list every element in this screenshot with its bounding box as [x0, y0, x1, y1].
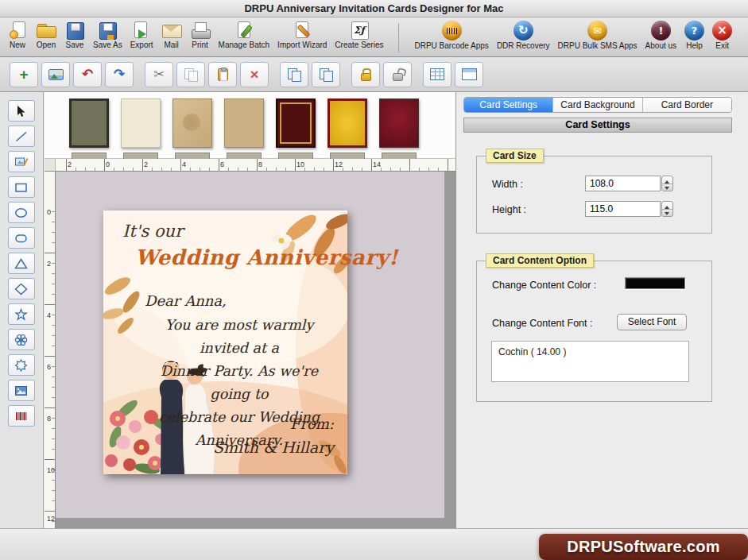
- tool-star[interactable]: [8, 303, 35, 325]
- tool-rectangle[interactable]: [8, 176, 35, 198]
- template-thumbnail-partial[interactable]: [330, 153, 365, 159]
- sigma-glyph: Σƒ: [354, 25, 365, 36]
- unlock-icon: [393, 73, 403, 81]
- design-card[interactable]: It's our Wedding Anniversary! Dear Anna,…: [103, 210, 347, 474]
- tab-card-background[interactable]: Card Background: [553, 98, 642, 112]
- template-strip: [45, 92, 455, 159]
- save-as-button[interactable]: Save As: [89, 19, 126, 56]
- paste-button[interactable]: [208, 62, 237, 87]
- toolbar-label: Open: [37, 41, 56, 49]
- grid-button[interactable]: [423, 62, 452, 87]
- template-thumbnail[interactable]: [379, 98, 419, 148]
- select-font-button[interactable]: Select Font: [617, 314, 687, 330]
- copy-button[interactable]: [176, 62, 205, 87]
- width-stepper[interactable]: [661, 176, 673, 191]
- toolbar-label: DRPU Bulk SMS Apps: [558, 41, 638, 50]
- height-input[interactable]: [585, 201, 661, 217]
- copy-object-button[interactable]: [280, 62, 308, 87]
- card-text-intro[interactable]: It's our: [122, 222, 183, 241]
- tool-ellipse[interactable]: [8, 202, 35, 223]
- stepper-up-icon[interactable]: [662, 202, 672, 210]
- template-thumbnail[interactable]: [69, 98, 109, 148]
- new-button[interactable]: New: [3, 19, 32, 56]
- tool-line[interactable]: [8, 126, 35, 147]
- card-text-signature[interactable]: Smith & Hillary: [145, 438, 334, 456]
- template-thumbnail-partial[interactable]: [382, 153, 417, 159]
- lock-button[interactable]: [351, 62, 380, 87]
- barcode-icon: [442, 21, 462, 41]
- picture-icon: [14, 384, 29, 397]
- unlock-button[interactable]: [383, 62, 412, 87]
- brand-badge[interactable]: DRPUSoftware.com: [539, 534, 748, 560]
- card-text-salutation[interactable]: Dear Anna,: [145, 292, 227, 309]
- seal-star-icon: [14, 359, 29, 372]
- width-input[interactable]: [585, 176, 661, 191]
- template-thumbnail-partial[interactable]: [278, 153, 313, 159]
- template-thumbnail[interactable]: [121, 98, 161, 148]
- stepper-down-icon[interactable]: [662, 184, 672, 191]
- toolbar-label: Create Series: [335, 41, 383, 49]
- exit-icon: ×: [712, 21, 732, 41]
- save-button[interactable]: Save: [60, 19, 89, 56]
- tool-picture[interactable]: [8, 380, 35, 401]
- content-color-swatch[interactable]: [625, 277, 685, 289]
- height-stepper[interactable]: [661, 201, 673, 217]
- barcode-tool-icon: [14, 410, 29, 423]
- export-button[interactable]: Export: [126, 19, 157, 56]
- duplicate-button[interactable]: [312, 62, 340, 87]
- template-thumbnail[interactable]: [224, 98, 264, 148]
- tool-seal[interactable]: [8, 354, 35, 376]
- exit-button[interactable]: × Exit: [708, 19, 736, 56]
- drpu-bulk-sms-button[interactable]: ✉ DRPU Bulk SMS Apps: [554, 19, 641, 56]
- print-button[interactable]: Print: [186, 19, 215, 56]
- tool-barcode[interactable]: [8, 405, 35, 427]
- toolbar-label: Help: [686, 41, 703, 50]
- drpu-barcode-apps-button[interactable]: DRPU Barcode Apps: [410, 19, 492, 56]
- preview-button[interactable]: [455, 62, 483, 87]
- about-us-button[interactable]: ! About us: [641, 19, 680, 56]
- design-canvas[interactable]: 2 0 2 4 6 8 10 12 14 0 2 4 6 8 10 12: [45, 92, 455, 528]
- triangle-icon: [14, 257, 29, 270]
- template-thumbnail[interactable]: [276, 98, 316, 148]
- open-button[interactable]: Open: [32, 19, 60, 56]
- cut-button[interactable]: ✂: [145, 62, 173, 87]
- import-wizard-button[interactable]: Import Wizard: [273, 19, 331, 56]
- redo-icon: ↷: [114, 68, 125, 81]
- help-button[interactable]: ? Help: [680, 19, 708, 56]
- add-card-button[interactable]: +: [10, 62, 38, 87]
- tool-flower[interactable]: [8, 329, 35, 350]
- tool-rounded-rectangle[interactable]: [8, 227, 35, 249]
- stepper-down-icon[interactable]: [662, 210, 672, 217]
- mail-button[interactable]: Mail: [157, 19, 186, 56]
- undo-icon: ↶: [82, 68, 93, 81]
- delete-button[interactable]: ×: [240, 62, 269, 87]
- tool-select[interactable]: [8, 100, 35, 122]
- font-listbox[interactable]: Cochin ( 14.00 ): [491, 341, 689, 382]
- template-thumbnail-partial[interactable]: [175, 153, 210, 159]
- card-text-title[interactable]: Wedding Anniversary!: [135, 245, 398, 269]
- create-series-button[interactable]: Σƒ Create Series: [331, 19, 387, 56]
- template-thumbnail-partial[interactable]: [227, 153, 262, 159]
- select-cursor-icon: [14, 105, 29, 118]
- template-thumbnail-partial[interactable]: [72, 153, 107, 159]
- undo-button[interactable]: ↶: [73, 62, 102, 87]
- insert-image-button[interactable]: [41, 62, 70, 87]
- tab-card-border[interactable]: Card Border: [643, 98, 731, 112]
- tool-edit-image[interactable]: [8, 151, 35, 172]
- stepper-up-icon[interactable]: [662, 176, 672, 184]
- template-thumbnail[interactable]: [172, 98, 212, 148]
- redo-button[interactable]: ↷: [105, 62, 134, 87]
- tab-card-settings[interactable]: Card Settings: [464, 98, 553, 112]
- tool-palette: [0, 92, 44, 528]
- toolbar-label: Exit: [715, 41, 729, 50]
- v-ruler-label: 0: [47, 208, 51, 216]
- manage-batch-button[interactable]: Manage Batch: [215, 19, 274, 56]
- template-thumbnail[interactable]: [327, 98, 367, 148]
- template-thumbnail-partial[interactable]: [123, 153, 158, 159]
- card-text-from[interactable]: From:: [145, 415, 334, 432]
- tool-triangle[interactable]: [8, 253, 35, 274]
- tool-diamond[interactable]: [8, 278, 35, 299]
- recovery-icon: ↻: [514, 21, 533, 41]
- h-ruler-label: 8: [258, 160, 262, 168]
- ddr-recovery-button[interactable]: ↻ DDR Recovery: [493, 19, 554, 56]
